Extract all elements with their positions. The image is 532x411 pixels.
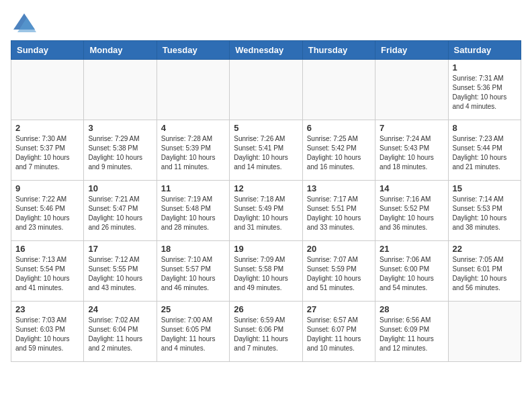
day-info: Sunrise: 7:17 AM Sunset: 5:51 PM Dayligh… <box>307 195 371 232</box>
day-number: 16 <box>15 244 79 254</box>
weekday-header-monday: Monday <box>84 41 157 60</box>
calendar-cell: 21Sunrise: 7:06 AM Sunset: 6:00 PM Dayli… <box>375 241 448 302</box>
day-number: 13 <box>307 183 371 193</box>
calendar-table: SundayMondayTuesdayWednesdayThursdayFrid… <box>11 40 521 362</box>
calendar-week-5: 23Sunrise: 7:03 AM Sunset: 6:03 PM Dayli… <box>11 302 521 362</box>
calendar-week-3: 9Sunrise: 7:22 AM Sunset: 5:46 PM Daylig… <box>11 181 521 241</box>
calendar-cell: 20Sunrise: 7:07 AM Sunset: 5:59 PM Dayli… <box>302 241 375 302</box>
day-number: 6 <box>307 123 371 133</box>
day-info: Sunrise: 7:31 AM Sunset: 5:36 PM Dayligh… <box>453 74 517 111</box>
day-info: Sunrise: 7:21 AM Sunset: 5:47 PM Dayligh… <box>88 195 152 232</box>
calendar-cell: 5Sunrise: 7:26 AM Sunset: 5:41 PM Daylig… <box>230 120 302 181</box>
calendar-cell: 10Sunrise: 7:21 AM Sunset: 5:47 PM Dayli… <box>84 181 157 241</box>
day-number: 19 <box>234 244 298 254</box>
calendar-cell: 8Sunrise: 7:23 AM Sunset: 5:44 PM Daylig… <box>448 120 521 181</box>
calendar-week-2: 2Sunrise: 7:30 AM Sunset: 5:37 PM Daylig… <box>11 120 521 181</box>
calendar-cell <box>11 60 84 120</box>
day-number: 12 <box>234 183 298 193</box>
weekday-header-sunday: Sunday <box>11 41 84 60</box>
calendar-cell: 25Sunrise: 7:00 AM Sunset: 6:05 PM Dayli… <box>157 302 229 362</box>
day-info: Sunrise: 7:14 AM Sunset: 5:53 PM Dayligh… <box>453 195 517 232</box>
day-number: 3 <box>88 123 152 133</box>
calendar-week-1: 1Sunrise: 7:31 AM Sunset: 5:36 PM Daylig… <box>11 60 521 120</box>
calendar-header: SundayMondayTuesdayWednesdayThursdayFrid… <box>11 41 521 60</box>
day-info: Sunrise: 7:22 AM Sunset: 5:46 PM Dayligh… <box>15 195 79 232</box>
day-number: 4 <box>161 123 225 133</box>
day-info: Sunrise: 6:56 AM Sunset: 6:09 PM Dayligh… <box>380 316 443 353</box>
day-number: 11 <box>161 183 225 193</box>
calendar-week-4: 16Sunrise: 7:13 AM Sunset: 5:54 PM Dayli… <box>11 241 521 302</box>
day-info: Sunrise: 6:59 AM Sunset: 6:06 PM Dayligh… <box>234 316 298 353</box>
day-info: Sunrise: 7:06 AM Sunset: 6:00 PM Dayligh… <box>380 255 443 293</box>
weekday-header-saturday: Saturday <box>448 41 521 60</box>
calendar-cell <box>157 60 229 120</box>
day-number: 25 <box>161 304 225 314</box>
day-info: Sunrise: 7:10 AM Sunset: 5:57 PM Dayligh… <box>161 255 225 293</box>
day-number: 7 <box>380 123 443 133</box>
calendar-cell: 23Sunrise: 7:03 AM Sunset: 6:03 PM Dayli… <box>11 302 84 362</box>
calendar-cell <box>448 302 521 362</box>
day-number: 14 <box>380 183 443 193</box>
day-info: Sunrise: 7:05 AM Sunset: 6:01 PM Dayligh… <box>453 255 517 293</box>
calendar-cell: 14Sunrise: 7:16 AM Sunset: 5:52 PM Dayli… <box>375 181 448 241</box>
calendar-cell <box>230 60 302 120</box>
calendar-cell: 3Sunrise: 7:29 AM Sunset: 5:38 PM Daylig… <box>84 120 157 181</box>
weekday-header-wednesday: Wednesday <box>230 41 302 60</box>
day-info: Sunrise: 7:09 AM Sunset: 5:58 PM Dayligh… <box>234 255 298 293</box>
weekday-header-row: SundayMondayTuesdayWednesdayThursdayFrid… <box>11 41 521 60</box>
day-number: 27 <box>307 304 371 314</box>
calendar-cell: 27Sunrise: 6:57 AM Sunset: 6:07 PM Dayli… <box>302 302 375 362</box>
calendar-cell: 15Sunrise: 7:14 AM Sunset: 5:53 PM Dayli… <box>448 181 521 241</box>
day-number: 5 <box>234 123 298 133</box>
calendar-cell: 17Sunrise: 7:12 AM Sunset: 5:55 PM Dayli… <box>84 241 157 302</box>
day-info: Sunrise: 7:28 AM Sunset: 5:39 PM Dayligh… <box>161 134 225 172</box>
logo-icon <box>12 11 36 35</box>
day-number: 2 <box>15 123 79 133</box>
day-info: Sunrise: 6:57 AM Sunset: 6:07 PM Dayligh… <box>307 316 371 353</box>
calendar-cell: 22Sunrise: 7:05 AM Sunset: 6:01 PM Dayli… <box>448 241 521 302</box>
day-info: Sunrise: 7:12 AM Sunset: 5:55 PM Dayligh… <box>88 255 152 293</box>
calendar-cell: 4Sunrise: 7:28 AM Sunset: 5:39 PM Daylig… <box>157 120 229 181</box>
day-number: 26 <box>234 304 298 314</box>
day-info: Sunrise: 7:02 AM Sunset: 6:04 PM Dayligh… <box>88 316 152 353</box>
day-info: Sunrise: 7:26 AM Sunset: 5:41 PM Dayligh… <box>234 134 298 172</box>
day-number: 8 <box>453 123 517 133</box>
calendar-cell: 18Sunrise: 7:10 AM Sunset: 5:57 PM Dayli… <box>157 241 229 302</box>
day-number: 9 <box>15 183 79 193</box>
day-info: Sunrise: 7:25 AM Sunset: 5:42 PM Dayligh… <box>307 134 371 172</box>
day-info: Sunrise: 7:23 AM Sunset: 5:44 PM Dayligh… <box>453 134 517 172</box>
calendar-cell: 1Sunrise: 7:31 AM Sunset: 5:36 PM Daylig… <box>448 60 521 120</box>
day-info: Sunrise: 7:07 AM Sunset: 5:59 PM Dayligh… <box>307 255 371 293</box>
day-number: 1 <box>453 62 517 73</box>
calendar-cell: 19Sunrise: 7:09 AM Sunset: 5:58 PM Dayli… <box>230 241 302 302</box>
day-number: 22 <box>453 244 517 254</box>
day-info: Sunrise: 7:16 AM Sunset: 5:52 PM Dayligh… <box>380 195 443 232</box>
day-number: 18 <box>161 244 225 254</box>
logo <box>11 11 39 35</box>
calendar-cell <box>375 60 448 120</box>
day-number: 10 <box>88 183 152 193</box>
calendar-cell <box>302 60 375 120</box>
weekday-header-thursday: Thursday <box>302 41 375 60</box>
day-info: Sunrise: 7:29 AM Sunset: 5:38 PM Dayligh… <box>88 134 152 172</box>
calendar-cell: 7Sunrise: 7:24 AM Sunset: 5:43 PM Daylig… <box>375 120 448 181</box>
day-info: Sunrise: 7:24 AM Sunset: 5:43 PM Dayligh… <box>380 134 443 172</box>
calendar-cell: 16Sunrise: 7:13 AM Sunset: 5:54 PM Dayli… <box>11 241 84 302</box>
calendar-cell: 24Sunrise: 7:02 AM Sunset: 6:04 PM Dayli… <box>84 302 157 362</box>
calendar-cell: 6Sunrise: 7:25 AM Sunset: 5:42 PM Daylig… <box>302 120 375 181</box>
weekday-header-tuesday: Tuesday <box>157 41 229 60</box>
calendar-cell: 13Sunrise: 7:17 AM Sunset: 5:51 PM Dayli… <box>302 181 375 241</box>
calendar-cell <box>84 60 157 120</box>
calendar-cell: 26Sunrise: 6:59 AM Sunset: 6:06 PM Dayli… <box>230 302 302 362</box>
calendar-body: 1Sunrise: 7:31 AM Sunset: 5:36 PM Daylig… <box>11 60 521 362</box>
day-number: 24 <box>88 304 152 314</box>
day-info: Sunrise: 7:19 AM Sunset: 5:48 PM Dayligh… <box>161 195 225 232</box>
day-number: 20 <box>307 244 371 254</box>
calendar-cell: 28Sunrise: 6:56 AM Sunset: 6:09 PM Dayli… <box>375 302 448 362</box>
day-number: 28 <box>380 304 443 314</box>
day-info: Sunrise: 7:13 AM Sunset: 5:54 PM Dayligh… <box>15 255 79 293</box>
day-info: Sunrise: 7:18 AM Sunset: 5:49 PM Dayligh… <box>234 195 298 232</box>
day-number: 15 <box>453 183 517 193</box>
page-header <box>11 11 521 35</box>
calendar-cell: 9Sunrise: 7:22 AM Sunset: 5:46 PM Daylig… <box>11 181 84 241</box>
